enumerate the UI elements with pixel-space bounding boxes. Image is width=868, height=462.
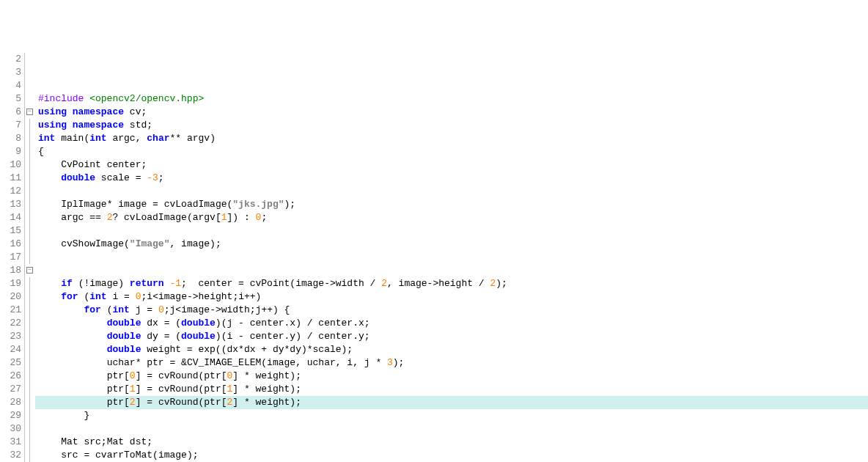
code-line[interactable]: ptr[2] = cvRound(ptr[2] * weight); xyxy=(35,396,868,409)
token-id: dy xyxy=(147,331,163,342)
token-pn: ; xyxy=(181,278,198,289)
token-pn: , xyxy=(169,238,181,249)
token-num: -1 xyxy=(169,278,181,289)
token-pn: [ xyxy=(221,384,227,395)
code-line[interactable]: for (int j = 0;j<image->width;j++) { xyxy=(35,304,868,317)
token-pn: ) / xyxy=(295,331,318,342)
token-pn: = ( xyxy=(164,318,181,329)
token-pn: ] = xyxy=(136,370,158,381)
code-line[interactable] xyxy=(35,264,868,277)
token-id: center xyxy=(250,331,284,342)
token-id: j xyxy=(364,357,376,368)
fold-cell xyxy=(25,343,35,356)
token-id: argc xyxy=(112,133,135,144)
fold-toggle-icon[interactable]: − xyxy=(26,109,33,115)
token-kw: int xyxy=(112,304,135,315)
line-number: 2 xyxy=(0,53,21,66)
fold-cell xyxy=(25,198,35,211)
code-line[interactable]: ptr[0] = cvRound(ptr[0] * weight); xyxy=(35,370,868,383)
line-number: 22 xyxy=(0,317,21,330)
code-line[interactable]: double dy = (double)(i - center.y) / cen… xyxy=(35,330,868,343)
token-pn: ; xyxy=(364,318,370,329)
code-line[interactable] xyxy=(35,185,868,198)
code-line[interactable]: { xyxy=(35,145,868,158)
token-pn xyxy=(38,331,107,342)
token-pn: ; xyxy=(101,436,107,447)
token-pn: ( xyxy=(124,238,130,249)
fold-cell xyxy=(25,132,35,145)
token-pn: = & xyxy=(169,357,186,368)
code-area[interactable]: CSDN @马睿睿 #include <opencv2/opencv.hpp>u… xyxy=(35,53,868,462)
token-id: center xyxy=(318,331,353,342)
code-line[interactable]: } xyxy=(35,409,868,422)
token-num: 2 xyxy=(381,278,387,289)
line-number: 23 xyxy=(0,330,21,343)
code-line[interactable] xyxy=(35,224,868,238)
code-line[interactable]: uchar* ptr = &CV_IMAGE_ELEM(image, uchar… xyxy=(35,356,868,370)
token-id: image xyxy=(118,199,152,210)
code-line[interactable]: int main(int argc, char** argv) xyxy=(35,132,868,145)
fold-cell xyxy=(25,396,35,409)
token-kw: double xyxy=(107,344,147,355)
code-line[interactable]: cvShowImage("Image", image); xyxy=(35,238,868,251)
token-kw: using namespace xyxy=(38,120,130,131)
token-pn xyxy=(38,265,44,276)
code-line[interactable]: ptr[1] = cvRound(ptr[1] * weight); xyxy=(35,383,868,396)
fold-cell xyxy=(25,449,35,462)
line-number: 27 xyxy=(0,383,21,396)
code-line[interactable]: for (int i = 0;i<image->height;i++) xyxy=(35,290,868,304)
token-num: -3 xyxy=(147,172,158,183)
fold-column[interactable]: −− xyxy=(25,53,35,462)
code-line[interactable]: using namespace std; xyxy=(35,119,868,132)
token-id: argc xyxy=(61,212,89,223)
line-number: 14 xyxy=(0,211,21,224)
token-kw: int xyxy=(89,291,112,302)
token-pn: - xyxy=(238,318,250,329)
code-line[interactable]: CvPoint center; xyxy=(35,158,868,172)
token-pn: ) xyxy=(118,278,130,289)
line-number: 6 xyxy=(0,106,21,119)
fold-cell xyxy=(25,330,35,343)
token-id: i xyxy=(112,291,124,302)
code-line[interactable] xyxy=(35,251,868,264)
code-line[interactable]: if (!image) return -1; center = cvPoint(… xyxy=(35,277,868,290)
fold-toggle-icon[interactable]: − xyxy=(26,267,33,274)
line-number: 29 xyxy=(0,409,21,422)
token-pn: * xyxy=(375,357,387,368)
code-line[interactable]: double weight = exp((dx*dx + dy*dy)*scal… xyxy=(35,343,868,356)
token-pn: ); xyxy=(496,278,507,289)
token-pn: ( xyxy=(261,357,267,368)
token-kw: for xyxy=(84,304,106,315)
token-pn: -> xyxy=(427,278,439,289)
token-pn xyxy=(38,436,61,447)
fold-cell xyxy=(25,79,35,92)
token-id: x xyxy=(358,318,364,329)
token-id: image xyxy=(181,304,210,315)
code-line[interactable]: #include <opencv2/opencv.hpp> xyxy=(35,92,868,106)
token-id: cvRound xyxy=(158,397,199,408)
token-id: uchar xyxy=(307,357,336,368)
code-line[interactable]: double scale = -3; xyxy=(35,172,868,185)
fold-cell xyxy=(25,211,35,224)
token-kw: double xyxy=(107,318,147,329)
fold-cell xyxy=(25,277,35,290)
token-id: CV_IMAGE_ELEM xyxy=(187,357,261,368)
code-line[interactable]: Mat src;Mat dst; xyxy=(35,436,868,449)
token-pn xyxy=(38,225,44,236)
token-id: image xyxy=(158,291,187,302)
code-line[interactable]: double dx = (double)(j - center.x) / cen… xyxy=(35,317,868,330)
token-kw2: #include xyxy=(38,93,89,104)
code-line[interactable]: src = cvarrToMat(image); xyxy=(35,449,868,462)
token-pn: = xyxy=(238,278,250,289)
token-id: CvPoint center xyxy=(61,159,141,170)
code-line[interactable] xyxy=(35,422,868,436)
code-line[interactable]: using namespace cv; xyxy=(35,106,868,119)
token-pn xyxy=(38,357,107,368)
token-id: y xyxy=(358,331,364,342)
token-id: image xyxy=(295,278,324,289)
code-line[interactable]: argc == 2? cvLoadImage(argv[1]) : 0; xyxy=(35,211,868,224)
line-number: 4 xyxy=(0,79,21,92)
code-line[interactable]: IplImage* image = cvLoadImage("jks.jpg")… xyxy=(35,198,868,211)
token-id: dx xyxy=(147,318,163,329)
token-pn xyxy=(38,318,107,329)
